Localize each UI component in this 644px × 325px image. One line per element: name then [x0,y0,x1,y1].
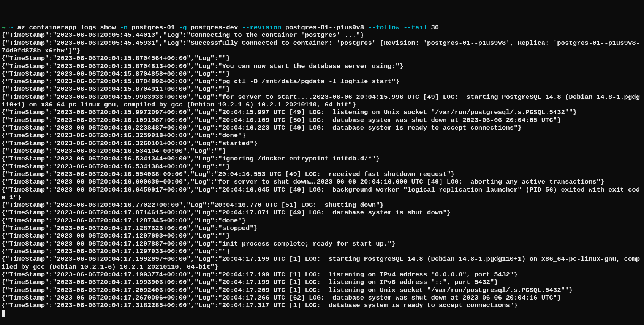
log-line: {"TimeStamp":"2023-06-06T20:04:17.209240… [2,287,642,294]
log-line: {"TimeStamp":"2023-06-06T20:04:17.199269… [2,255,642,271]
log-line: {"TimeStamp":"2023-06-06T20:04:15.870489… [2,78,642,86]
log-line: {"TimeStamp":"2023-06-06T20:04:15.870485… [2,70,642,78]
command-prompt-line: → ~ az containerapp logs show -n postgre… [2,24,642,32]
arg-n: postgres-01 [128,24,179,31]
log-line: {"TimeStamp":"2023-06-06T20:04:17.129793… [2,248,642,255]
log-line: {"TimeStamp":"2023-06-06T20:04:16.600639… [2,178,642,186]
prompt-cwd: ~ [9,24,13,31]
log-line: {"TimeStamp":"2023-06-06T20:04:16.109198… [2,117,642,124]
command-base: az containerapp logs show [17,24,120,31]
log-line: {"TimeStamp":"2023-06-06T20:04:15.870491… [2,86,642,93]
log-line: {"TimeStamp":"2023-06-06T20:04:16.77022+… [2,201,642,209]
cursor-icon [2,310,5,317]
log-line: {"TimeStamp":"2023-06-06T20:04:17.318228… [2,302,642,309]
arg-revision: postgres-01--p1us9v8 [281,24,368,31]
log-line: {"TimeStamp":"2023-06-06T20:04:17.267009… [2,294,642,302]
log-line: {"TimeStamp":"2023-06-06T20:04:17.128762… [2,225,642,232]
log-line: {"TimeStamp":"2023-06-06T20:04:16.534134… [2,155,642,163]
flag-follow: --follow [368,24,400,31]
log-line: {"TimeStamp":"2023-06-06T20:04:16.534104… [2,147,642,155]
arg-g: postgres-dev [187,24,242,31]
sp1 [400,24,403,31]
terminal-window[interactable]: → ~ az containerapp logs show -n postgre… [2,24,642,317]
log-line: {"TimeStamp":"2023-06-06T20:04:15.996393… [2,94,642,109]
log-line: {"TimeStamp":"2023-06-06T20:04:16.645991… [2,186,642,202]
arg-tail: 30 [427,24,439,31]
log-line: {"TimeStamp":"2023-06-06T20:04:16.325991… [2,132,642,140]
log-line: {"TimeStamp":"2023-06-06T20:04:15.870481… [2,63,642,70]
log-line: {"TimeStamp":"2023-06-06T20:04:17.199390… [2,279,642,286]
flag-n: -n [120,24,128,31]
log-line: {"TimeStamp":"2023-06-06T20:04:17.128734… [2,217,642,225]
flag-revision: --revision [242,24,282,31]
log-line: {"TimeStamp":"2023-06-06T20:04:16.223848… [2,124,642,132]
log-line: {"TimeStamp":"2023-06-06T20:04:15.997209… [2,109,642,116]
log-line: {"TimeStamp":"2023-06-06T20:04:17.071461… [2,209,642,217]
log-line: {"TimeStamp":"2023-06-06T20:04:17.199377… [2,271,642,279]
log-line: {"TimeStamp":"2023-06-06T20:04:15.870456… [2,55,642,62]
flag-tail: --tail [403,24,427,31]
log-line: {"TimeStamp":"2023-06-06T20:04:17.129788… [2,240,642,248]
log-line: {"TimeStamp":"2023-06-06T20:04:16.534138… [2,163,642,171]
log-output: {"TimeStamp":"2023-06-06T20:05:45.44013"… [2,32,642,309]
log-line: {"TimeStamp":"2023-06-06T20:05:45.44013"… [2,32,642,39]
log-line: {"TimeStamp":"2023-06-06T20:04:16.326010… [2,140,642,147]
prompt-arrow-icon: → [2,24,5,31]
log-line: {"TimeStamp":"2023-06-06T20:04:16.554068… [2,171,642,178]
log-line: {"TimeStamp":"2023-06-06T20:05:45.45931"… [2,40,642,55]
flag-g: -g [179,24,187,31]
log-line: {"TimeStamp":"2023-06-06T20:04:17.129769… [2,232,642,240]
